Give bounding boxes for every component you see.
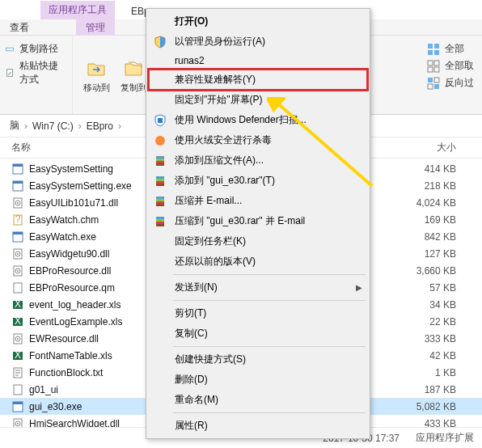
move-to-icon — [79, 56, 113, 82]
svg-rect-9 — [428, 50, 433, 55]
svg-rect-22 — [13, 181, 23, 184]
cm-create-shortcut[interactable]: 创建快捷方式(S) — [149, 349, 367, 370]
file-size: 842 KB — [391, 231, 456, 243]
cm-compress-email[interactable]: 压缩并 E-mail... — [149, 191, 367, 211]
cm-restore-previous[interactable]: 还原以前的版本(V) — [149, 251, 367, 272]
svg-rect-73 — [156, 222, 164, 224]
svg-rect-68 — [156, 199, 164, 201]
cm-open[interactable]: 打开(O) — [149, 11, 367, 32]
cm-send-to[interactable]: 发送到(N)▶ — [149, 277, 367, 298]
move-to-label: 移动到 — [79, 82, 113, 94]
svg-rect-56 — [158, 118, 163, 123]
file-size: 22 KB — [391, 316, 456, 328]
breadcrumb-pc[interactable]: 脑 — [6, 119, 23, 133]
copy-path-button[interactable]: 复制路径 — [5, 40, 67, 57]
rar-icon — [150, 175, 170, 188]
invert-selection-button[interactable]: 反向过 — [427, 74, 474, 91]
cm-add-rar[interactable]: 添加到 "gui_e30.rar"(T) — [149, 171, 367, 191]
separator — [173, 346, 366, 347]
file-type-icon — [11, 197, 26, 209]
select-all-button[interactable]: 全部 — [427, 40, 474, 57]
cm-properties[interactable]: 属性(R) — [149, 416, 367, 436]
cm-compat-troubleshoot[interactable]: 兼容性疑难解答(Y) — [149, 70, 367, 90]
file-size: 3,660 KB — [391, 265, 456, 277]
select-all-label: 全部 — [445, 42, 464, 56]
svg-rect-29 — [13, 232, 23, 235]
shortcut-icon — [5, 67, 16, 78]
svg-text:X: X — [15, 298, 21, 310]
file-type-icon — [11, 180, 26, 192]
svg-text:X: X — [15, 315, 21, 327]
file-size: 187 KB — [391, 384, 456, 395]
file-type-icon: X — [11, 298, 26, 311]
svg-rect-63 — [156, 176, 164, 179]
file-size: 57 KB — [391, 282, 456, 294]
cm-add-archive[interactable]: 添加到压缩文件(A)... — [149, 150, 367, 171]
svg-rect-69 — [156, 201, 164, 204]
separator — [173, 274, 366, 275]
file-type-icon — [11, 163, 26, 175]
svg-rect-10 — [434, 50, 439, 55]
status-type: 应用程序扩展 — [416, 431, 474, 445]
svg-rect-72 — [156, 219, 164, 222]
cm-compress-rar-email[interactable]: 压缩到 "gui_e30.rar" 并 E-mail — [149, 211, 367, 231]
file-size: 5,082 KB — [391, 401, 456, 412]
tab-view[interactable]: 查看 — [0, 19, 39, 35]
svg-rect-64 — [156, 179, 164, 181]
svg-text:X: X — [15, 349, 21, 361]
col-size[interactable]: 大小 — [391, 141, 456, 154]
file-size: 42 KB — [391, 350, 456, 361]
file-size: 127 KB — [391, 248, 456, 260]
cm-defender-scan[interactable]: 使用 Windows Defender扫描... — [149, 110, 367, 130]
cm-pin-start[interactable]: 固定到"开始"屏幕(P) — [149, 90, 367, 110]
cm-run-as-admin[interactable]: 以管理员身份运行(A) — [149, 32, 367, 52]
paste-shortcut-button[interactable]: 粘贴快捷方式 — [5, 57, 67, 88]
select-none-label: 全部取 — [445, 59, 474, 73]
breadcrumb-folder[interactable]: EBpro — [83, 120, 116, 132]
move-to-button[interactable]: 移动到 — [79, 56, 113, 94]
context-menu: 打开(O) 以管理员身份运行(A) runas2 兼容性疑难解答(Y) 固定到"… — [146, 8, 370, 439]
cm-cut[interactable]: 剪切(T) — [149, 303, 367, 323]
svg-rect-36 — [14, 283, 22, 293]
path-icon — [5, 44, 16, 55]
svg-rect-18 — [428, 84, 433, 89]
tab-app-tools[interactable]: 应用程序工具 — [40, 1, 115, 19]
file-type-icon: X — [11, 315, 26, 328]
svg-rect-50 — [14, 385, 22, 395]
file-size: 414 KB — [391, 163, 456, 175]
rar-icon — [150, 215, 170, 228]
svg-point-43 — [17, 338, 19, 340]
cm-huorong-scan[interactable]: 使用火绒安全进行杀毒 — [149, 130, 367, 150]
rar-icon — [150, 195, 170, 208]
svg-rect-15 — [428, 78, 433, 82]
svg-rect-61 — [156, 161, 164, 163]
svg-rect-13 — [428, 67, 433, 72]
svg-rect-65 — [156, 181, 164, 184]
rar-icon — [150, 154, 170, 167]
cm-runas2[interactable]: runas2 — [149, 52, 367, 70]
tab-manage[interactable]: 管理 — [76, 19, 115, 35]
svg-rect-8 — [434, 44, 439, 49]
cm-delete[interactable]: 删除(D) — [149, 370, 367, 390]
file-type-icon — [11, 264, 26, 277]
svg-point-57 — [155, 136, 165, 146]
svg-point-32 — [17, 253, 19, 255]
select-none-button[interactable]: 全部取 — [427, 57, 474, 74]
cm-rename[interactable]: 重命名(M) — [149, 390, 367, 410]
file-type-icon — [11, 400, 26, 413]
file-type-icon: ? — [11, 213, 26, 226]
paste-shortcut-label: 粘贴快捷方式 — [19, 59, 67, 87]
file-type-icon — [11, 230, 26, 243]
svg-rect-16 — [434, 84, 439, 89]
shield-icon — [150, 36, 170, 49]
file-type-icon — [11, 332, 26, 345]
cm-pin-taskbar[interactable]: 固定到任务栏(K) — [149, 231, 367, 251]
svg-rect-11 — [428, 61, 433, 66]
separator — [173, 412, 366, 413]
svg-rect-71 — [156, 217, 164, 219]
cm-copy[interactable]: 复制(C) — [149, 323, 367, 344]
chevron-right-icon: › — [116, 120, 123, 132]
svg-rect-20 — [13, 164, 23, 167]
svg-point-35 — [17, 270, 19, 272]
breadcrumb-drive[interactable]: Win7 (C:) — [29, 120, 77, 132]
